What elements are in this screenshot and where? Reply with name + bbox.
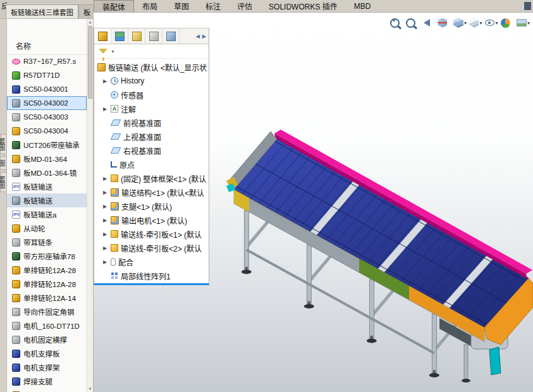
manager-tab[interactable]	[94, 28, 111, 44]
headsup-button[interactable]: ▾	[405, 16, 420, 30]
side-vertical-tab[interactable]: 图	[0, 156, 7, 170]
file-list-item[interactable]: 焊接支腿	[7, 374, 87, 388]
file-list-item[interactable]: 板MD-01-364-镜	[7, 166, 87, 180]
manager-tab[interactable]	[162, 28, 180, 44]
chevron-down-icon[interactable]: ▾	[495, 20, 498, 26]
tree-item[interactable]: ▶ 上视基准面	[94, 130, 209, 144]
file-list-item[interactable]: R37~167_R57.s	[7, 54, 87, 68]
expand-arrow-icon[interactable]: ▶	[103, 176, 108, 181]
headsup-button[interactable]: ▾	[421, 16, 436, 30]
manager-tab[interactable]	[128, 28, 145, 44]
tree-item[interactable]: ▶ 支腿<1> (默认)	[94, 199, 209, 213]
tree-item[interactable]: ▶ 右视基准面	[94, 144, 209, 157]
part-icon	[12, 336, 20, 344]
file-list-item[interactable]: 电机固定横撑	[7, 333, 87, 346]
headsup-button[interactable]: ▾	[516, 16, 530, 30]
file-list-item[interactable]: 单排链轮12A-28	[7, 263, 87, 277]
file-list-item[interactable]: 电机支撑板	[7, 346, 87, 360]
scroll-right-icon[interactable]: ▶	[202, 34, 206, 39]
ribbon-tab[interactable]: 装配体	[94, 0, 134, 12]
file-list-item[interactable]: SC50-043001	[7, 82, 87, 96]
ribbon-corner-icon[interactable]	[524, 2, 531, 10]
tree-item-label: 输送线-牵引板<1> (默认	[121, 229, 202, 240]
expand-arrow-icon[interactable]: ▶	[103, 259, 108, 265]
tree-item[interactable]: ▶ 输送结构<1> (默认<默认	[94, 185, 209, 199]
file-list-item[interactable]: 板链输送	[7, 193, 87, 207]
expand-arrow-icon[interactable]: ▶	[103, 217, 108, 223]
tree-item[interactable]: ▶ 前视基准面	[94, 116, 209, 130]
tree-item[interactable]: ▶ 输送线-牵引板<2> (默认	[94, 241, 209, 255]
chevron-down-icon[interactable]: ▼	[111, 49, 115, 54]
tree-item[interactable]: ▶ 注解	[94, 102, 209, 116]
ribbon-tab[interactable]: 评估	[229, 0, 260, 12]
headsup-button[interactable]: ▾	[500, 16, 515, 30]
scroll-down-icon[interactable]: ▼	[87, 386, 93, 392]
chevron-down-icon[interactable]: ▾	[527, 20, 530, 26]
manager-tab[interactable]	[145, 28, 162, 44]
document-tab[interactable]: 板链输送线三维套图	[6, 4, 78, 18]
file-list-item[interactable]: UCT206带座轴承	[7, 138, 87, 152]
file-list-item[interactable]: SC50-043004	[7, 124, 87, 138]
file-list-item[interactable]: 带方形座轴承78	[7, 249, 87, 263]
expand-arrow-icon[interactable]: ▶	[103, 78, 108, 84]
headsup-button[interactable]: ▾	[469, 16, 483, 30]
filter-funnel-icon[interactable]	[99, 49, 107, 54]
tree-item[interactable]: ▶ 配合	[94, 255, 209, 269]
file-list-item[interactable]: 电机支撑架	[7, 360, 87, 374]
tree-item[interactable]: ▶ 局部线性阵列1	[94, 269, 209, 283]
top-plane-icon	[111, 133, 121, 140]
expand-arrow-icon[interactable]: ▶	[103, 204, 108, 209]
featuremanager-panel: ◀ ▶ ▼ 板链输送 (默认 <默认_显示状	[94, 28, 209, 285]
expand-arrow-icon[interactable]: ▶	[103, 190, 108, 195]
ribbon-tab[interactable]: 草图	[166, 0, 197, 12]
headsup-button[interactable]: ▾	[437, 16, 451, 30]
file-list-item[interactable]: 板链输送	[7, 180, 87, 193]
manager-tab[interactable]	[111, 28, 128, 44]
file-list-item[interactable]: SC50-043002	[7, 96, 87, 110]
tree-item[interactable]: ▶ 输送线-牵引板<1> (默认	[94, 227, 209, 241]
conveyor-3d-model[interactable]	[209, 30, 533, 392]
scrollbar-thumb[interactable]	[88, 26, 92, 99]
file-list-item[interactable]: 单排链轮12A-14	[7, 291, 87, 305]
file-list-item[interactable]: 板链输送a	[7, 207, 87, 221]
cyan-bracket[interactable]	[489, 347, 501, 375]
side-vertical-tab[interactable]: 套图	[0, 172, 7, 192]
chain-plate-deck[interactable]	[234, 138, 529, 328]
expand-arrow-icon[interactable]: ▶	[103, 245, 108, 251]
tree-item[interactable]: ▶ 输出电机<1> (默认)	[94, 213, 209, 227]
file-list-item[interactable]: 单排链轮12A-28	[7, 277, 87, 291]
ribbon-tab[interactable]: MBD	[346, 0, 379, 12]
file-list-item[interactable]: 电机_160-DT71D	[7, 319, 87, 333]
scroll-left-icon[interactable]: ◀	[196, 34, 200, 39]
expand-arrow-icon[interactable]: ▶	[103, 231, 108, 237]
tree-item[interactable]: ▶ History	[94, 74, 209, 88]
tree-root-item[interactable]: 板链输送 (默认 <默认_显示状	[94, 60, 209, 74]
file-list-scrollbar[interactable]: ▲ ▼	[87, 19, 93, 392]
file-list-item[interactable]: 从动轮	[7, 221, 87, 235]
document-tab[interactable]: 板	[78, 4, 94, 18]
ribbon-tab[interactable]: 布局	[134, 0, 166, 12]
tree-item[interactable]: ▶ 传感器	[94, 88, 209, 102]
tree-item[interactable]: ▶ (固定) 整体框架<1> (默认	[94, 171, 209, 185]
chevron-down-icon[interactable]: ▾	[479, 20, 482, 26]
graphics-viewport[interactable]: ▾ ▾ ▾ ▾	[94, 13, 533, 392]
file-list-item[interactable]: 带耳链条	[7, 235, 87, 249]
ribbon-tab[interactable]: 标注	[197, 0, 229, 12]
scroll-up-icon[interactable]: ▲	[87, 19, 93, 25]
headsup-button[interactable]: ▾	[389, 16, 404, 30]
chevron-down-icon[interactable]: ▾	[464, 20, 467, 26]
headsup-button[interactable]: ▾	[453, 16, 467, 30]
file-list-item[interactable]: 板MD-01-364	[7, 152, 87, 166]
file-list-item[interactable]: R57DT71D	[7, 68, 87, 82]
headsup-button[interactable]: ▾	[484, 16, 499, 30]
side-vertical-tab[interactable]: 套图	[0, 134, 7, 154]
file-list-item[interactable]: 横撑	[7, 388, 87, 392]
expand-arrow-icon[interactable]: ▶	[103, 106, 108, 112]
file-list-item[interactable]: 导向件固定角钢	[7, 305, 87, 319]
ribbon-tab[interactable]: SOLIDWORKS 插件	[260, 0, 346, 12]
tree-item[interactable]: ▶ 原点	[94, 157, 209, 171]
file-list-item[interactable]: SC50-043003	[7, 110, 87, 124]
side-tab-strip: 套图 图 套图	[0, 19, 7, 392]
file-item-label: 板链输送	[23, 195, 52, 205]
solidworks-window: 反 板链输送线三维套图 板 套图 图 套图 名称	[0, 0, 533, 392]
